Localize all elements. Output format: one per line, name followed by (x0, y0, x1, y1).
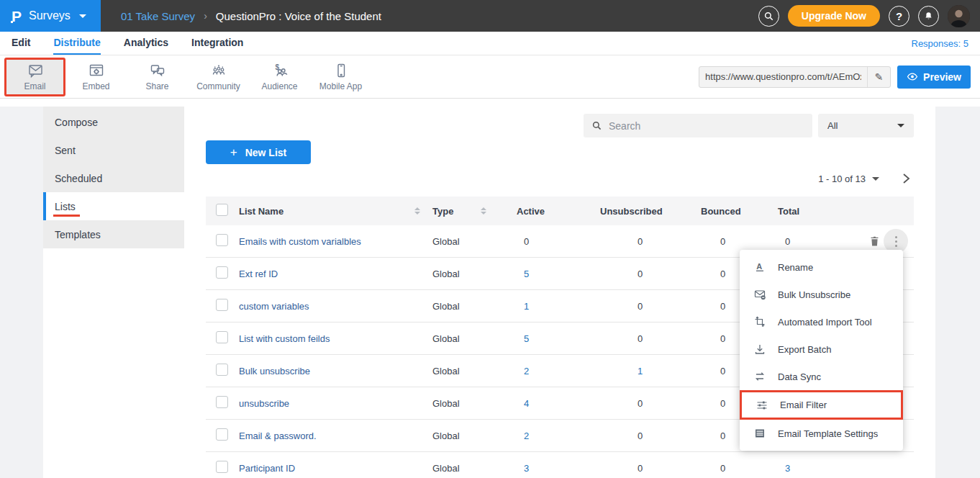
export-batch-icon (754, 343, 766, 355)
trash-icon (868, 235, 881, 248)
nav-tab[interactable]: Distribute (53, 32, 100, 55)
help-button[interactable]: ? (889, 6, 909, 27)
chevron-down-icon (897, 124, 904, 127)
next-page-button[interactable] (901, 173, 914, 184)
sidebar-item[interactable]: Lists (43, 192, 184, 220)
toolbar-item-mobile-app[interactable]: Mobile App (310, 58, 371, 96)
list-name-link[interactable]: List with custom feilds (236, 333, 422, 344)
nav-tab[interactable]: Integration (191, 32, 243, 55)
plus-icon: + (230, 145, 237, 160)
menu-item-export-batch[interactable]: Export Batch (740, 335, 903, 363)
active-count[interactable]: 5 (478, 269, 569, 279)
row-checkbox[interactable] (216, 266, 228, 279)
preview-label: Preview (923, 71, 961, 83)
unsubscribed-count[interactable]: 1 (569, 366, 683, 376)
toolbar-item-share[interactable]: Share (127, 58, 188, 96)
search-input[interactable] (609, 120, 804, 132)
list-name-link[interactable]: Participant ID (236, 463, 422, 474)
unsubscribed-count[interactable]: 0 (569, 463, 683, 474)
list-name-link[interactable]: unsubscribe (236, 398, 422, 409)
list-filter-dropdown[interactable]: All (818, 114, 914, 137)
sidebar-item[interactable]: Compose (43, 108, 184, 136)
menu-item-label: Email Template Settings (778, 428, 878, 439)
row-checkbox[interactable] (216, 331, 228, 343)
active-count[interactable]: 0 (478, 236, 569, 247)
list-name-link[interactable]: Bulk unsubscribe (236, 366, 422, 376)
sidebar-item[interactable]: Sent (43, 136, 184, 164)
email-template-settings-icon (754, 428, 766, 439)
select-all-checkbox[interactable] (216, 204, 228, 216)
menu-item-email-template-settings[interactable]: Email Template Settings (740, 420, 903, 447)
row-checkbox[interactable] (216, 428, 228, 441)
list-name-link[interactable]: Ext ref ID (236, 269, 422, 279)
toolbar-item-label: Embed (82, 81, 109, 91)
nav-tab[interactable]: Edit (12, 32, 30, 55)
list-name-link[interactable]: Emails with custom varialbles (236, 236, 422, 247)
row-checkbox[interactable] (216, 234, 228, 246)
bulk-unsubscribe-icon (754, 289, 766, 300)
menu-item-email-filter[interactable]: Email Filter (740, 390, 903, 420)
edit-url-button[interactable]: ✎ (867, 67, 890, 87)
breadcrumb-survey-link[interactable]: 01 Take Survey (121, 10, 195, 22)
breadcrumb-separator: › (204, 10, 207, 22)
unsubscribed-count[interactable]: 0 (569, 398, 683, 409)
total-count[interactable]: 3 (764, 463, 827, 474)
list-type: Global (422, 398, 478, 409)
product-name: Surveys (29, 9, 71, 22)
menu-item-bulk-unsubscribe[interactable]: Bulk Unsubscribe (740, 281, 903, 308)
sort-icon[interactable] (414, 207, 420, 215)
toolbar-item-audience[interactable]: $ Audience (249, 58, 310, 96)
sidebar-item[interactable]: Scheduled (43, 164, 184, 192)
nav-tab[interactable]: Analytics (124, 32, 168, 55)
active-count[interactable]: 2 (478, 430, 569, 441)
notifications-button[interactable] (918, 6, 939, 27)
active-count[interactable]: 3 (478, 463, 569, 474)
unsubscribed-count[interactable]: 0 (569, 333, 683, 344)
bounced-count[interactable]: 0 (683, 236, 764, 247)
filter-selected-value: All (827, 120, 838, 131)
active-count[interactable]: 1 (478, 301, 569, 312)
menu-item-label: Data Sync (778, 371, 821, 382)
active-count[interactable]: 4 (478, 398, 569, 409)
active-count[interactable]: 5 (478, 333, 569, 344)
product-switcher[interactable]: P Surveys (0, 0, 101, 32)
bell-icon (923, 11, 934, 22)
sidebar-item[interactable]: Templates (43, 220, 184, 248)
toolbar-item-label: Community (196, 81, 240, 91)
user-avatar[interactable] (948, 5, 970, 27)
menu-item-rename[interactable]: A Rename (740, 253, 903, 281)
unsubscribed-count[interactable]: 0 (569, 430, 683, 441)
col-header-list-name[interactable]: List Name (239, 206, 283, 217)
new-list-button[interactable]: + New List (206, 140, 311, 164)
responses-count[interactable]: Responses: 5 (912, 38, 969, 49)
toolbar-item-email[interactable]: Email (4, 58, 65, 96)
unsubscribed-count[interactable]: 0 (569, 236, 683, 247)
list-name-link[interactable]: Email & password. (236, 430, 422, 441)
toolbar-item-community[interactable]: Community (188, 58, 249, 96)
menu-item-label: Automated Import Tool (778, 317, 872, 328)
unsubscribed-count[interactable]: 0 (569, 269, 683, 279)
col-header-type[interactable]: Type (432, 206, 453, 217)
toolbar-item-label: Audience (261, 81, 297, 91)
survey-url-input[interactable] (699, 71, 867, 82)
unsubscribed-count[interactable]: 0 (569, 301, 683, 312)
upgrade-now-button[interactable]: Upgrade Now (788, 5, 880, 27)
search-button[interactable] (758, 6, 779, 27)
row-checkbox[interactable] (216, 396, 228, 408)
toolbar-item-embed[interactable]: Embed (65, 58, 127, 96)
pencil-icon: ✎ (875, 71, 884, 83)
row-checkbox[interactable] (216, 299, 228, 311)
total-count[interactable]: 0 (764, 236, 827, 247)
menu-item-automated-import-tool[interactable]: Automated Import Tool (740, 308, 903, 335)
list-name-link[interactable]: custom variables (236, 301, 422, 312)
delete-list-button[interactable] (868, 235, 881, 248)
toolbar-spacer (0, 99, 980, 107)
pagination-range-dropdown[interactable]: 1 - 10 of 13 (818, 173, 879, 184)
survey-nav: Edit Distribute Analytics Integration Re… (0, 32, 980, 55)
row-checkbox[interactable] (216, 461, 228, 473)
preview-button[interactable]: Preview (897, 66, 971, 89)
bounced-count[interactable]: 0 (683, 463, 764, 474)
menu-item-data-sync[interactable]: Data Sync (740, 363, 903, 390)
row-checkbox[interactable] (216, 364, 228, 376)
active-count[interactable]: 2 (478, 366, 569, 376)
